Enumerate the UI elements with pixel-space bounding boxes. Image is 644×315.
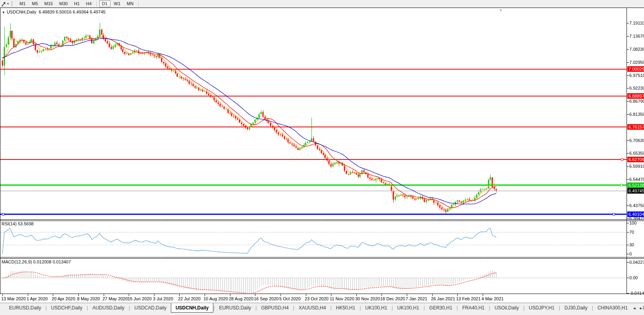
chart-window: ▼USDCNH,Daily6.49839 6.50016 6.49364 6.4… bbox=[0, 8, 644, 303]
level-price-label: 6.88897 bbox=[627, 93, 644, 99]
tab-usdjpy-h1[interactable]: USDJPY,H1 bbox=[524, 303, 559, 313]
price-tick-label: 6.43750 bbox=[629, 203, 644, 208]
tab-eurusd-daily[interactable]: EURUSD,Daily bbox=[215, 303, 255, 313]
timeframe-button-h1[interactable]: H1 bbox=[71, 0, 82, 7]
date-tick-label: 3 Jul 2020 bbox=[153, 296, 173, 301]
date-tick-label: 10 Aug 2020 bbox=[203, 296, 228, 301]
chart-title-symbol: USDCNH,Daily bbox=[7, 10, 37, 14]
tab-hk50-h1[interactable]: HK50,H1 bbox=[332, 303, 360, 313]
price-tick-label: 6.59910 bbox=[629, 164, 644, 169]
toolbar-drag-handle[interactable] bbox=[12, 1, 14, 6]
tab-usdcnh-daily[interactable]: USDCNH,Daily bbox=[171, 303, 213, 313]
tab-scroll-right-icon[interactable]: ► bbox=[639, 306, 643, 310]
price-tick-label: 6.65350 bbox=[629, 151, 644, 156]
date-tick-label: 16 Sep 2020 bbox=[254, 296, 278, 301]
tab-uk100-h1[interactable]: UK100,H1 bbox=[393, 303, 424, 313]
date-tick-label: 18 Dec 2020 bbox=[380, 296, 405, 301]
rsi-tick-label: 70 bbox=[629, 230, 634, 234]
price-tick-label: 6.70630 bbox=[629, 138, 644, 143]
level-price-label: 6.40104 bbox=[627, 211, 644, 217]
timeframe-button-h4[interactable]: H4 bbox=[83, 0, 94, 7]
timeframe-button-m15[interactable]: M15 bbox=[42, 0, 56, 7]
price-tick-label: 7.08230 bbox=[629, 47, 644, 52]
date-tick-label: 8 May 2020 bbox=[77, 296, 100, 301]
price-tick-label: 7.19110 bbox=[629, 21, 644, 25]
chart-collapse-icon[interactable]: ▼ bbox=[2, 11, 5, 14]
date-tick-label: 26 Jan 2021 bbox=[431, 296, 455, 301]
macd-indicator-label: MACD(12,26,9) 0.012008 0.013407 bbox=[2, 259, 71, 264]
tab-fra40-h1[interactable]: FRA40,H1 bbox=[458, 303, 489, 313]
timeframe-button-mn[interactable]: MN bbox=[124, 0, 136, 7]
timeframe-button-m1[interactable]: M1 bbox=[17, 0, 28, 7]
chevron-down-icon: ▾ bbox=[7, 2, 9, 6]
tab-gbpusd-h4[interactable]: GBPUSD,H4 bbox=[257, 303, 293, 313]
date-tick-label: 15 Jun 2020 bbox=[128, 296, 152, 301]
timeframe-buttons: M1M5M15M30H1H4D1W1MN bbox=[16, 0, 141, 7]
price-tick-label: 6.81350 bbox=[629, 112, 644, 117]
tab-uk100-h1[interactable]: UK100,H1 bbox=[361, 303, 391, 313]
tab-eurusd-daily[interactable]: EURUSD,Daily bbox=[5, 303, 46, 313]
price-chart-canvas[interactable] bbox=[0, 8, 644, 296]
price-tick-label: 6.86790 bbox=[629, 99, 644, 104]
rsi-indicator-label: RSI(14) 53.5698 bbox=[2, 221, 34, 226]
macd-tick-label: -0.04148 bbox=[629, 291, 644, 296]
price-tick-label: 6.92230 bbox=[629, 86, 644, 90]
tab-usdchf-daily[interactable]: USDCHF,Daily bbox=[47, 303, 87, 313]
tab-audusd-daily[interactable]: AUDUSD,Daily bbox=[88, 303, 129, 313]
date-tick-label: 7 Jan 2021 bbox=[406, 296, 427, 301]
timeframe-toolbar: ▾ M1M5M15M30H1H4D1W1MN bbox=[0, 0, 644, 8]
tab-bar: EURUSD,Daily|USDCHF,Daily|AUDUSD,Daily|U… bbox=[0, 303, 644, 313]
date-tick-label: 11 Nov 2020 bbox=[330, 296, 354, 301]
date-tick-label: 5 Oct 2020 bbox=[279, 296, 301, 301]
tab-bar-lead bbox=[0, 303, 5, 313]
price-tick-label: 7.13670 bbox=[629, 34, 644, 38]
date-tick-label: 4 Mar 2021 bbox=[482, 296, 504, 301]
chart-shift-marker[interactable]: ▼ bbox=[499, 8, 503, 12]
timeframe-button-w1[interactable]: W1 bbox=[111, 0, 124, 7]
date-tick-label: 30 Nov 2020 bbox=[355, 296, 380, 301]
date-tick-label: 13 Feb 2021 bbox=[456, 296, 481, 301]
rsi-tick-label: 100 bbox=[629, 221, 636, 225]
timeframe-button-m30[interactable]: M30 bbox=[56, 0, 70, 7]
price-tick-label: 6.97510 bbox=[629, 73, 644, 78]
level-price-label: 6.76157 bbox=[627, 124, 644, 130]
chart-tabs: EURUSD,Daily|USDCHF,Daily|AUDUSD,Daily|U… bbox=[5, 303, 644, 313]
chart-cursor-icon bbox=[1, 1, 7, 7]
toolbar-separator bbox=[138, 1, 139, 7]
current-price-label: 6.49745 bbox=[627, 188, 644, 194]
tab-dj30-daily[interactable]: DJ30,Daily bbox=[560, 303, 592, 313]
level-price-label: 6.62709 bbox=[627, 157, 644, 162]
chart-tool-button[interactable]: ▾ bbox=[1, 1, 10, 7]
tab-scroll-left-icon[interactable]: ◄ bbox=[632, 306, 636, 310]
macd-tick-label: 0.042275 bbox=[629, 260, 644, 265]
tab-usdcad-daily[interactable]: USDCAD,Daily bbox=[130, 303, 171, 313]
rsi-tick-label: 30 bbox=[629, 242, 634, 247]
tab-china300-h1[interactable]: CHINA300,H1 bbox=[593, 303, 632, 313]
timeframe-button-d1[interactable]: D1 bbox=[99, 0, 110, 7]
price-tick-label: 7.02950 bbox=[629, 60, 644, 65]
level-price-label: 7.00029 bbox=[627, 66, 644, 72]
tab-ger30-h1[interactable]: GER30,H1 bbox=[425, 303, 456, 313]
rsi-tick-label: 0 bbox=[629, 252, 632, 256]
date-tick-label: 13 Mar 2020 bbox=[1, 296, 26, 301]
timeframe-button-m5[interactable]: M5 bbox=[29, 0, 41, 7]
date-tick-label: 23 Oct 2020 bbox=[305, 296, 329, 301]
chart-title-ohlc: 6.49839 6.50016 6.49364 6.49745 bbox=[39, 10, 105, 14]
tab-xauusd-h4[interactable]: XAUUSD,H4 bbox=[294, 303, 331, 313]
toolbar-separator bbox=[97, 1, 97, 7]
tab-usoil-daily[interactable]: USOil,Daily bbox=[490, 303, 523, 313]
date-tick-label: 20 Apr 2020 bbox=[52, 296, 75, 301]
date-tick-label: 22 Jul 2020 bbox=[178, 296, 201, 301]
tab-scroll-arrows: ◄ ► bbox=[630, 303, 643, 313]
date-tick-label: 28 Aug 2020 bbox=[229, 296, 253, 301]
date-tick-label: 27 May 2020 bbox=[102, 296, 128, 301]
price-tick-label: 6.54470 bbox=[629, 177, 644, 182]
chart-title: ▼USDCNH,Daily6.49839 6.50016 6.49364 6.4… bbox=[2, 10, 106, 14]
level-price-label: 6.52138 bbox=[627, 182, 644, 188]
macd-tick-label: 0.00 bbox=[629, 275, 638, 280]
date-tick-label: 1 Apr 2020 bbox=[27, 296, 48, 301]
